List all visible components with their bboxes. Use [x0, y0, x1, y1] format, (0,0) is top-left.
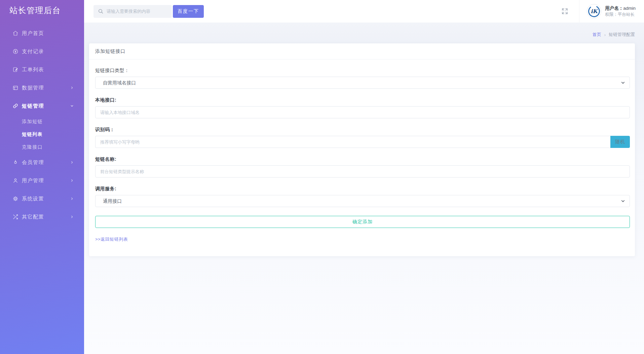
user-role-line: 权限：平台站长	[605, 11, 636, 17]
chevron-right-icon	[70, 86, 74, 90]
shortlink-name-field	[95, 165, 630, 178]
breadcrumb-separator-icon: ›	[604, 32, 606, 37]
sidebar-subitem-add-shortlink[interactable]: 添加短链	[0, 115, 84, 128]
sidebar-subitem-clone-api[interactable]: 克隆接口	[0, 141, 84, 153]
shuffle-icon	[12, 214, 18, 220]
card-title: 添加短链接口	[89, 43, 635, 60]
home-icon	[12, 30, 18, 36]
api-type-field: 自营用域名接口	[95, 77, 630, 89]
chevron-right-icon	[70, 215, 74, 219]
main-content: 首页 › 短链管理配置 添加短链接口 短链接口类型： 自营用域名接口 本地接口:…	[84, 23, 644, 354]
shortlink-name-input[interactable]	[95, 165, 630, 178]
breadcrumb-current: 短链管理配置	[609, 32, 635, 38]
data-icon	[12, 85, 18, 91]
sidebar-item-payment-records[interactable]: 支付记录	[0, 42, 84, 61]
avatar: iK	[587, 4, 601, 18]
user-icon	[12, 178, 18, 184]
fullscreen-icon[interactable]	[561, 8, 568, 15]
sidebar-nav: 用户首页 支付记录 工单列表 数据管理	[0, 24, 84, 226]
api-type-select[interactable]: 自营用域名接口	[95, 77, 630, 89]
avatar-logo-text: iK	[591, 8, 599, 14]
user-name: admin	[623, 6, 636, 11]
breadcrumb: 首页 › 短链管理配置	[84, 23, 644, 38]
sidebar: 站长管理后台 用户首页 支付记录 工单列表 数据管理	[0, 0, 84, 354]
search-input[interactable]	[107, 9, 166, 14]
code-field: 随机	[95, 136, 630, 148]
yen-circle-icon	[12, 48, 18, 54]
topbar-divider	[579, 0, 579, 23]
service-label: 调用服务:	[95, 186, 630, 191]
chevron-right-icon	[70, 179, 74, 183]
chevron-right-icon	[70, 197, 74, 201]
search-box	[93, 5, 172, 18]
shortlink-name-label: 短链名称:	[95, 157, 630, 162]
baidu-search-button[interactable]: 百度一下	[173, 5, 204, 18]
add-shortlink-form: 短链接口类型： 自营用域名接口 本地接口: 识别码： 随机 短链名称:	[89, 60, 635, 256]
sidebar-item-data-management[interactable]: 数据管理	[0, 79, 84, 97]
user-name-line: 用户名：admin	[605, 5, 636, 12]
sidebar-item-label: 用户首页	[22, 30, 74, 37]
shortlink-submenu: 添加短链 短链列表 克隆接口	[0, 115, 84, 153]
gear-icon	[12, 196, 18, 202]
sidebar-item-user-home[interactable]: 用户首页	[0, 24, 84, 42]
sidebar-item-label: 支付记录	[22, 48, 74, 55]
back-to-shortlink-list-link[interactable]: >>返回短链列表	[95, 236, 128, 242]
sidebar-item-user-management[interactable]: 用户管理	[0, 171, 84, 190]
sidebar-item-ticket-list[interactable]: 工单列表	[0, 61, 84, 79]
local-api-field	[95, 106, 630, 118]
confirm-add-button[interactable]: 确定添加	[95, 216, 630, 228]
code-label: 识别码：	[95, 127, 630, 132]
sidebar-item-shortlink-management[interactable]: 短链管理	[0, 97, 84, 115]
chevron-right-icon	[70, 160, 74, 164]
local-api-label: 本地接口:	[95, 97, 630, 103]
local-api-input[interactable]	[95, 106, 630, 118]
service-select[interactable]: 通用接口	[95, 195, 630, 207]
user-meta: 用户名：admin 权限：平台站长	[605, 5, 636, 18]
sidebar-item-label: 系统设置	[22, 196, 70, 202]
sidebar-item-other-config[interactable]: 其它配置	[0, 208, 84, 226]
sidebar-item-label: 会员管理	[22, 159, 70, 166]
sidebar-item-label: 其它配置	[22, 214, 70, 220]
code-input[interactable]	[95, 136, 610, 148]
sidebar-subitem-shortlink-list[interactable]: 短链列表	[0, 128, 84, 141]
user-menu[interactable]: iK 用户名：admin 权限：平台站长	[587, 4, 636, 18]
search-icon	[98, 8, 104, 14]
sidebar-item-system-settings[interactable]: 系统设置	[0, 190, 84, 208]
breadcrumb-home-link[interactable]: 首页	[593, 32, 601, 38]
user-role: 平台站长	[618, 12, 635, 17]
topbar: 百度一下 iK 用户名：admin 权限：平台站长	[84, 0, 644, 23]
ticket-icon	[12, 67, 18, 73]
api-type-label: 短链接口类型：	[95, 68, 630, 73]
sidebar-item-label: 数据管理	[22, 85, 70, 91]
service-field: 通用接口	[95, 195, 630, 207]
chevron-down-icon	[70, 104, 74, 108]
sidebar-item-label: 短链管理	[22, 103, 70, 109]
flame-icon	[12, 159, 18, 165]
sidebar-item-member-management[interactable]: 会员管理	[0, 153, 84, 171]
link-icon	[12, 103, 18, 109]
sidebar-item-label: 工单列表	[22, 67, 74, 73]
random-code-button[interactable]: 随机	[610, 136, 630, 148]
sidebar-item-label: 用户管理	[22, 178, 70, 184]
add-shortlink-card: 添加短链接口 短链接口类型： 自营用域名接口 本地接口: 识别码： 随机 短链名…	[89, 43, 635, 256]
app-title: 站长管理后台	[0, 0, 84, 16]
topbar-right: iK 用户名：admin 权限：平台站长	[561, 0, 636, 23]
